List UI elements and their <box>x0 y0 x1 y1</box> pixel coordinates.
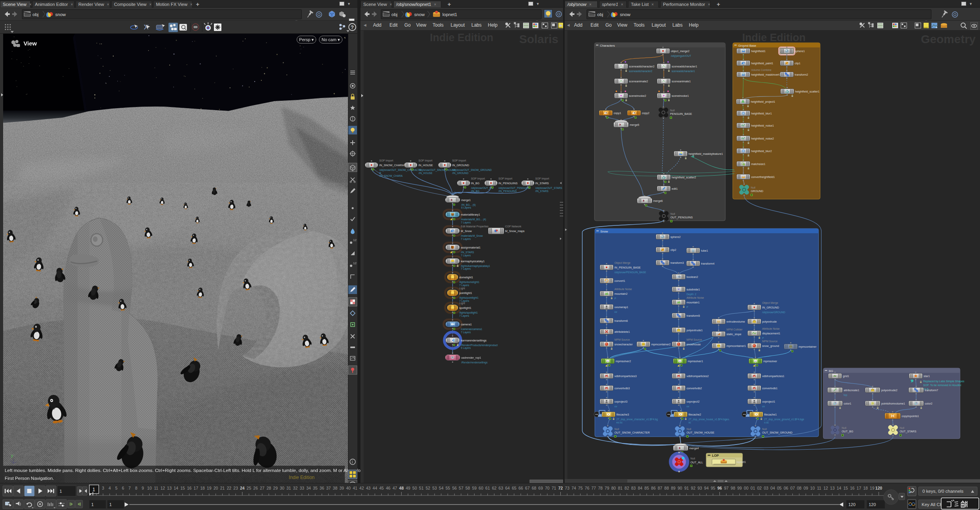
svg-text:25: 25 <box>246 486 251 490</box>
svg-text:9 Layers: 9 Layers <box>461 347 471 350</box>
svg-text:Light: Light <box>459 302 465 305</box>
svg-text:Attribute Noise: Attribute Noise <box>687 296 704 299</box>
svg-text:59: 59 <box>472 486 477 490</box>
svg-text:attribcreate1: attribcreate1 <box>844 388 859 392</box>
svg-text:heightfield_maskbyfeature1: heightfield_maskbyfeature1 <box>688 152 723 156</box>
svg-text:Solaris: Solaris <box>519 33 558 45</box>
svg-text:materiallibrary1: materiallibrary1 <box>461 213 480 216</box>
svg-text:11: 11 <box>817 486 821 490</box>
svg-text:10: 10 <box>147 486 152 490</box>
svg-text:snow: snow <box>620 12 631 17</box>
svg-text:09: 09 <box>804 486 808 490</box>
svg-text:120: 120 <box>875 486 882 490</box>
svg-text:polyextrude: polyextrude <box>762 320 777 323</box>
svg-text:/obj/snow/OUT_SNOW_CHARACTE: /obj/snow/OUT_SNOW_CHARACTE <box>379 169 422 172</box>
svg-text:BG: BG <box>829 369 833 373</box>
svg-text:/obj/snow/PENGUIN_BASE: /obj/snow/PENGUIN_BASE <box>614 271 647 274</box>
svg-text:sphere2: sphere2 <box>670 235 681 239</box>
svg-text:12: 12 <box>353 261 357 265</box>
svg-text:14: 14 <box>174 486 178 490</box>
svg-text:47: 47 <box>393 486 397 490</box>
svg-text:74: 74 <box>571 486 576 490</box>
svg-text:/obj/snow/OUT_SNOW_HOUSE: /obj/snow/OUT_SNOW_HOUSE <box>418 169 456 172</box>
svg-text:mpmsolver1: mpmsolver1 <box>688 359 703 363</box>
svg-text:P: P <box>762 337 764 339</box>
svg-text:/IN_PENGUINS: /IN_PENGUINS <box>498 190 517 193</box>
svg-text:12: 12 <box>823 486 828 490</box>
svg-text:color2: color2 <box>925 402 933 405</box>
svg-text:vdb: vdb <box>605 376 608 378</box>
svg-text:56: 56 <box>452 486 457 490</box>
svg-text:lopnet1: lopnet1 <box>737 460 746 464</box>
svg-text:P: P <box>687 306 688 309</box>
svg-text:76: 76 <box>585 486 589 490</box>
svg-text:OUT_ALL: OUT_ALL <box>690 461 703 464</box>
svg-text:Null: Null <box>900 427 904 429</box>
svg-text:MPM Source: MPM Source <box>762 340 778 343</box>
svg-text:uv: uv <box>687 405 690 408</box>
svg-text:M_Snow_maps: M_Snow_maps <box>505 229 525 233</box>
svg-text:/IN_STARS: /IN_STARS <box>461 251 474 254</box>
svg-text:attribdelete1: attribdelete1 <box>614 330 630 334</box>
svg-text:51: 51 <box>419 486 424 490</box>
svg-text:/materials/M_Snow: /materials/M_Snow <box>461 234 483 238</box>
svg-text:mpmsolver2: mpmsolver2 <box>616 359 631 363</box>
svg-text:Null: Null <box>614 428 619 430</box>
svg-text:17: 17 <box>194 486 198 490</box>
svg-text:16: 16 <box>187 486 192 490</box>
svg-text:67: 67 <box>525 486 530 490</box>
svg-text:P: P <box>614 297 616 300</box>
svg-text:88: 88 <box>664 486 669 490</box>
svg-text:58: 58 <box>466 486 470 490</box>
svg-text:SOP Import: SOP Import <box>498 177 512 180</box>
svg-text:Null: Null <box>670 109 675 112</box>
svg-text:15: 15 <box>843 486 848 490</box>
svg-text:92: 92 <box>691 486 696 490</box>
svg-text:99: 99 <box>737 486 742 490</box>
svg-text:Depth: 2: Depth: 2 <box>687 293 696 296</box>
svg-text:boolean2: boolean2 <box>687 275 698 279</box>
svg-text:copy2: copy2 <box>642 111 649 115</box>
svg-text:obj: obj <box>391 12 397 17</box>
svg-text:35: 35 <box>313 486 318 490</box>
svg-text:85: 85 <box>645 486 649 490</box>
svg-text:PENGUIN_BASE: PENGUIN_BASE <box>670 112 692 116</box>
svg-text:object_merge2: object_merge2 <box>671 49 690 53</box>
svg-text:64: 64 <box>505 486 510 490</box>
svg-text:uvunwrap1: uvunwrap1 <box>614 305 628 309</box>
svg-text:OUT_SNOW_GROUND: OUT_SNOW_GROUND <box>762 431 792 434</box>
svg-text:2T_dop_snow_character_v1.$F4.b: 2T_dop_snow_character_v1.$F4.bg <box>616 418 658 421</box>
svg-text:karmarendersettings: karmarendersettings <box>461 339 487 342</box>
svg-text:82: 82 <box>625 486 629 490</box>
svg-text:62: 62 <box>492 486 496 490</box>
svg-text:87: 87 <box>658 486 662 490</box>
svg-text:01: 01 <box>750 486 755 490</box>
svg-text:20: 20 <box>214 486 218 490</box>
svg-text:12: 12 <box>160 486 165 490</box>
svg-text:snow: snow <box>414 12 425 17</box>
svg-text:71: 71 <box>552 486 556 490</box>
svg-text:36: 36 <box>320 486 324 490</box>
svg-text:OUT_BG: OUT_BG <box>842 430 853 433</box>
svg-text:77: 77 <box>591 486 596 490</box>
svg-text:vdb: vdb <box>753 376 755 378</box>
svg-text:Null: Null <box>687 428 691 430</box>
svg-text:usdrender_rop1: usdrender_rop1 <box>461 356 481 359</box>
svg-text:SOP Import: SOP Import <box>535 177 549 180</box>
svg-text:heightfield1: heightfield1 <box>751 49 766 53</box>
svg-text:OUT_SNOW_CHARACTER: OUT_SNOW_CHARACTER <box>614 431 650 434</box>
svg-text:sceneaddcharacter2: sceneaddcharacter2 <box>629 65 654 68</box>
svg-text:19: 19 <box>870 486 875 490</box>
svg-text:/Render/rendersettings: /Render/rendersettings <box>461 361 488 364</box>
svg-text:camera1: camera1 <box>461 323 472 326</box>
svg-text:heightfield_project1: heightfield_project1 <box>751 100 775 103</box>
svg-text:Snow: Snow <box>600 230 608 233</box>
svg-text:84: 84 <box>638 486 643 490</box>
svg-text:Null: Null <box>670 212 675 215</box>
svg-text:60: 60 <box>479 486 484 490</box>
svg-text:/obj/penguin/OUT: /obj/penguin/OUT <box>671 54 691 58</box>
svg-text:68: 68 <box>532 486 536 490</box>
svg-text:46: 46 <box>386 486 391 490</box>
svg-text:snowcharacter: snowcharacter <box>614 343 633 346</box>
svg-text:41: 41 <box>353 486 357 490</box>
